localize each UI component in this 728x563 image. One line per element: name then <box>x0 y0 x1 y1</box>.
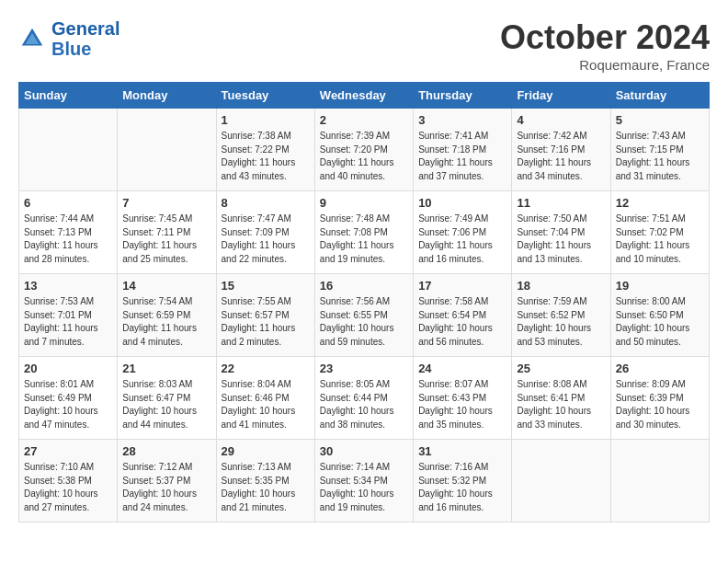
day-cell: 28Sunrise: 7:12 AM Sunset: 5:37 PM Dayli… <box>118 440 216 523</box>
day-detail: Sunrise: 7:59 AM Sunset: 6:52 PM Dayligh… <box>517 295 605 349</box>
day-cell <box>610 440 709 523</box>
day-detail: Sunrise: 7:10 AM Sunset: 5:38 PM Dayligh… <box>24 461 112 514</box>
week-row-3: 13Sunrise: 7:53 AM Sunset: 7:01 PM Dayli… <box>19 274 710 357</box>
calendar-body: 1Sunrise: 7:38 AM Sunset: 7:22 PM Daylig… <box>19 109 710 523</box>
day-detail: Sunrise: 7:45 AM Sunset: 7:11 PM Dayligh… <box>122 213 210 266</box>
day-cell: 7Sunrise: 7:45 AM Sunset: 7:11 PM Daylig… <box>118 191 216 274</box>
day-cell: 1Sunrise: 7:38 AM Sunset: 7:22 PM Daylig… <box>216 109 314 191</box>
day-detail: Sunrise: 8:05 AM Sunset: 6:44 PM Dayligh… <box>320 378 408 431</box>
day-cell: 23Sunrise: 8:05 AM Sunset: 6:44 PM Dayli… <box>314 357 413 440</box>
day-number: 28 <box>122 444 210 458</box>
day-cell: 27Sunrise: 7:10 AM Sunset: 5:38 PM Dayli… <box>19 440 118 523</box>
day-cell: 4Sunrise: 7:42 AM Sunset: 7:16 PM Daylig… <box>512 109 610 191</box>
day-cell: 3Sunrise: 7:41 AM Sunset: 7:18 PM Daylig… <box>414 109 512 191</box>
location: Roquemaure, France <box>500 57 710 73</box>
day-number: 17 <box>418 279 506 293</box>
day-number: 8 <box>222 196 310 210</box>
day-detail: Sunrise: 7:38 AM Sunset: 7:22 PM Dayligh… <box>222 130 310 183</box>
day-number: 11 <box>517 196 605 210</box>
day-detail: Sunrise: 7:43 AM Sunset: 7:15 PM Dayligh… <box>616 130 704 183</box>
day-number: 6 <box>24 196 112 210</box>
day-number: 3 <box>418 113 506 127</box>
day-number: 18 <box>517 279 605 293</box>
day-detail: Sunrise: 8:03 AM Sunset: 6:47 PM Dayligh… <box>122 378 210 431</box>
day-cell <box>118 109 216 191</box>
day-cell <box>512 440 610 523</box>
day-number: 20 <box>24 362 112 375</box>
day-cell: 5Sunrise: 7:43 AM Sunset: 7:15 PM Daylig… <box>610 109 709 191</box>
day-detail: Sunrise: 8:04 AM Sunset: 6:46 PM Dayligh… <box>222 378 310 431</box>
col-monday: Monday <box>118 83 216 109</box>
day-cell: 21Sunrise: 8:03 AM Sunset: 6:47 PM Dayli… <box>118 357 216 440</box>
day-number: 15 <box>222 279 310 293</box>
week-row-4: 20Sunrise: 8:01 AM Sunset: 6:49 PM Dayli… <box>19 357 710 440</box>
day-cell: 22Sunrise: 8:04 AM Sunset: 6:46 PM Dayli… <box>216 357 314 440</box>
logo-line2: Blue <box>51 39 119 59</box>
day-number: 30 <box>320 444 408 458</box>
day-detail: Sunrise: 7:13 AM Sunset: 5:35 PM Dayligh… <box>222 461 310 514</box>
day-detail: Sunrise: 7:49 AM Sunset: 7:06 PM Dayligh… <box>418 213 506 266</box>
day-cell: 17Sunrise: 7:58 AM Sunset: 6:54 PM Dayli… <box>414 274 512 357</box>
day-detail: Sunrise: 7:14 AM Sunset: 5:34 PM Dayligh… <box>320 461 408 514</box>
day-cell: 6Sunrise: 7:44 AM Sunset: 7:13 PM Daylig… <box>19 191 118 274</box>
day-cell: 12Sunrise: 7:51 AM Sunset: 7:02 PM Dayli… <box>610 191 709 274</box>
day-number: 7 <box>122 196 210 210</box>
day-cell: 14Sunrise: 7:54 AM Sunset: 6:59 PM Dayli… <box>118 274 216 357</box>
day-cell: 15Sunrise: 7:55 AM Sunset: 6:57 PM Dayli… <box>216 274 314 357</box>
day-detail: Sunrise: 7:54 AM Sunset: 6:59 PM Dayligh… <box>122 295 210 349</box>
day-number: 27 <box>24 444 112 458</box>
col-wednesday: Wednesday <box>314 83 413 109</box>
day-number: 24 <box>418 362 506 375</box>
day-cell: 20Sunrise: 8:01 AM Sunset: 6:49 PM Dayli… <box>19 357 118 440</box>
day-number: 25 <box>517 362 605 375</box>
week-row-2: 6Sunrise: 7:44 AM Sunset: 7:13 PM Daylig… <box>19 191 710 274</box>
day-cell: 24Sunrise: 8:07 AM Sunset: 6:43 PM Dayli… <box>414 357 512 440</box>
day-number: 1 <box>222 113 310 127</box>
day-detail: Sunrise: 7:51 AM Sunset: 7:02 PM Dayligh… <box>616 213 704 266</box>
day-detail: Sunrise: 7:58 AM Sunset: 6:54 PM Dayligh… <box>418 295 506 349</box>
day-cell: 10Sunrise: 7:49 AM Sunset: 7:06 PM Dayli… <box>414 191 512 274</box>
day-detail: Sunrise: 7:53 AM Sunset: 7:01 PM Dayligh… <box>24 295 112 349</box>
day-detail: Sunrise: 7:16 AM Sunset: 5:32 PM Dayligh… <box>418 461 506 514</box>
day-number: 9 <box>320 196 408 210</box>
day-detail: Sunrise: 7:55 AM Sunset: 6:57 PM Dayligh… <box>222 295 310 349</box>
day-number: 29 <box>222 444 310 458</box>
page-header: General Blue October 2024 Roquemaure, Fr… <box>18 18 710 73</box>
header-row: Sunday Monday Tuesday Wednesday Thursday… <box>19 83 710 109</box>
day-cell: 16Sunrise: 7:56 AM Sunset: 6:55 PM Dayli… <box>314 274 413 357</box>
day-cell: 9Sunrise: 7:48 AM Sunset: 7:08 PM Daylig… <box>314 191 413 274</box>
logo-icon <box>18 25 46 52</box>
day-number: 26 <box>616 362 704 375</box>
day-cell: 18Sunrise: 7:59 AM Sunset: 6:52 PM Dayli… <box>512 274 610 357</box>
day-cell: 2Sunrise: 7:39 AM Sunset: 7:20 PM Daylig… <box>314 109 413 191</box>
col-saturday: Saturday <box>610 83 709 109</box>
col-sunday: Sunday <box>19 83 118 109</box>
day-cell: 11Sunrise: 7:50 AM Sunset: 7:04 PM Dayli… <box>512 191 610 274</box>
day-cell: 31Sunrise: 7:16 AM Sunset: 5:32 PM Dayli… <box>414 440 512 523</box>
day-number: 23 <box>320 362 408 375</box>
day-cell: 19Sunrise: 8:00 AM Sunset: 6:50 PM Dayli… <box>610 274 709 357</box>
day-detail: Sunrise: 7:48 AM Sunset: 7:08 PM Dayligh… <box>320 213 408 266</box>
day-cell: 8Sunrise: 7:47 AM Sunset: 7:09 PM Daylig… <box>216 191 314 274</box>
day-detail: Sunrise: 8:01 AM Sunset: 6:49 PM Dayligh… <box>24 378 112 431</box>
day-number: 21 <box>122 362 210 375</box>
day-detail: Sunrise: 7:56 AM Sunset: 6:55 PM Dayligh… <box>320 295 408 349</box>
day-number: 12 <box>616 196 704 210</box>
month-title: October 2024 <box>500 18 710 57</box>
logo-line1: General <box>51 18 119 39</box>
logo: General Blue <box>18 18 119 59</box>
day-cell: 26Sunrise: 8:09 AM Sunset: 6:39 PM Dayli… <box>610 357 709 440</box>
day-detail: Sunrise: 8:00 AM Sunset: 6:50 PM Dayligh… <box>616 295 704 349</box>
day-number: 14 <box>122 279 210 293</box>
col-tuesday: Tuesday <box>216 83 314 109</box>
day-number: 4 <box>517 113 605 127</box>
day-cell: 25Sunrise: 8:08 AM Sunset: 6:41 PM Dayli… <box>512 357 610 440</box>
day-cell: 30Sunrise: 7:14 AM Sunset: 5:34 PM Dayli… <box>314 440 413 523</box>
day-number: 19 <box>616 279 704 293</box>
logo-text: General Blue <box>51 18 119 59</box>
day-detail: Sunrise: 7:50 AM Sunset: 7:04 PM Dayligh… <box>517 213 605 266</box>
day-detail: Sunrise: 7:47 AM Sunset: 7:09 PM Dayligh… <box>222 213 310 266</box>
day-detail: Sunrise: 8:09 AM Sunset: 6:39 PM Dayligh… <box>616 378 704 431</box>
day-number: 22 <box>222 362 310 375</box>
col-friday: Friday <box>512 83 610 109</box>
